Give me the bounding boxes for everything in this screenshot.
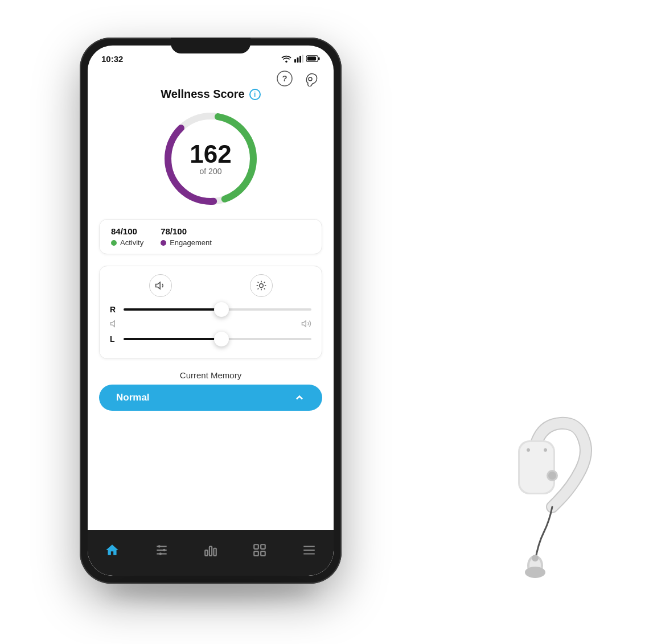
- wellness-score: 162: [190, 142, 231, 167]
- controls-card: R: [99, 266, 322, 359]
- svg-rect-34: [254, 544, 259, 549]
- svg-rect-0: [294, 59, 296, 63]
- svg-rect-6: [307, 57, 316, 61]
- svg-rect-42: [520, 442, 553, 493]
- svg-rect-3: [302, 55, 304, 63]
- svg-rect-32: [210, 547, 212, 556]
- engagement-score: 78/100: [161, 226, 212, 236]
- svg-rect-5: [318, 57, 320, 60]
- memory-section: Current Memory Normal: [99, 370, 322, 411]
- l-slider-thumb[interactable]: [214, 332, 229, 346]
- svg-point-46: [548, 472, 556, 480]
- hearing-aid: [478, 413, 603, 584]
- activity-score: 84/100: [111, 226, 143, 236]
- donut-center: 162 of 200: [190, 142, 231, 176]
- svg-point-30: [159, 552, 161, 555]
- wifi-icon: [281, 55, 291, 63]
- volume-button[interactable]: [149, 274, 172, 297]
- svg-point-9: [309, 77, 312, 81]
- nav-programs[interactable]: [252, 543, 267, 558]
- l-slider-row: L: [110, 335, 311, 344]
- scene: 10:32: [11, 15, 638, 629]
- wellness-score-of: of 200: [190, 167, 231, 176]
- status-icons: [281, 55, 320, 63]
- bottom-nav: [88, 530, 334, 576]
- svg-rect-1: [297, 57, 299, 63]
- svg-point-49: [525, 567, 545, 578]
- r-slider-thumb[interactable]: [214, 302, 229, 317]
- chevron-up-icon: [294, 392, 305, 403]
- vol-high-icon: [301, 319, 311, 329]
- nav-stats[interactable]: [203, 543, 218, 558]
- activity-legend: 84/100 Activity: [111, 226, 143, 247]
- donut-container: 162 of 200: [99, 108, 322, 210]
- status-time: 10:32: [101, 54, 123, 64]
- svg-point-29: [163, 549, 165, 551]
- r-slider-fill: [124, 308, 221, 311]
- memory-button[interactable]: Normal: [99, 385, 322, 411]
- r-slider-row: R: [110, 305, 311, 314]
- svg-rect-36: [254, 551, 259, 556]
- svg-point-50: [532, 555, 539, 562]
- svg-line-22: [264, 282, 265, 283]
- svg-line-17: [257, 282, 258, 283]
- svg-point-43: [527, 448, 530, 452]
- svg-rect-31: [205, 550, 207, 556]
- l-slider-track[interactable]: [124, 338, 311, 340]
- activity-label: Activity: [111, 238, 143, 247]
- svg-rect-33: [213, 548, 216, 556]
- svg-point-28: [158, 545, 160, 547]
- r-slider-track[interactable]: [124, 308, 311, 311]
- memory-label: Current Memory: [99, 370, 322, 380]
- svg-marker-24: [302, 321, 306, 327]
- r-slider-label: R: [110, 305, 118, 314]
- battery-icon: [306, 55, 320, 63]
- engagement-label: Engagement: [161, 238, 212, 247]
- nav-menu[interactable]: [302, 543, 317, 558]
- svg-marker-23: [111, 321, 115, 327]
- hearing-device-icon[interactable]: [302, 69, 320, 88]
- svg-line-21: [257, 288, 258, 290]
- svg-rect-35: [261, 544, 266, 549]
- svg-rect-37: [261, 551, 266, 556]
- phone-shell: 10:32: [80, 38, 342, 584]
- nav-home[interactable]: [105, 543, 120, 558]
- memory-button-text: Normal: [116, 392, 150, 403]
- l-slider-label: L: [110, 335, 118, 344]
- svg-line-18: [264, 288, 265, 290]
- vol-low-icon: [110, 319, 120, 329]
- phone-screen: 10:32: [88, 46, 334, 576]
- donut-chart: 162 of 200: [159, 108, 262, 210]
- volume-icons-row: [110, 319, 311, 329]
- svg-point-14: [259, 284, 263, 288]
- nav-controls[interactable]: [154, 543, 169, 558]
- engagement-legend: 78/100 Engagement: [161, 226, 212, 247]
- info-icon[interactable]: i: [249, 89, 261, 100]
- signal-icon: [294, 55, 303, 63]
- legend-card: 84/100 Activity 78/100 Engagement: [99, 219, 322, 254]
- hearing-aid-svg: [478, 413, 603, 584]
- l-slider-fill: [124, 338, 221, 340]
- help-icon[interactable]: ?: [276, 69, 294, 88]
- screen-content: Wellness Score i: [88, 88, 334, 411]
- controls-top-icons: [110, 274, 311, 297]
- svg-text:?: ?: [282, 73, 287, 83]
- wellness-title-row: Wellness Score i: [99, 88, 322, 101]
- engagement-dot: [161, 240, 166, 246]
- svg-point-44: [544, 448, 547, 452]
- activity-dot: [111, 240, 117, 246]
- phone-notch: [171, 38, 250, 53]
- svg-marker-13: [155, 282, 160, 289]
- top-actions: ?: [88, 66, 334, 88]
- brightness-button[interactable]: [250, 274, 273, 297]
- wellness-title-text: Wellness Score: [161, 88, 244, 101]
- svg-rect-2: [299, 56, 301, 63]
